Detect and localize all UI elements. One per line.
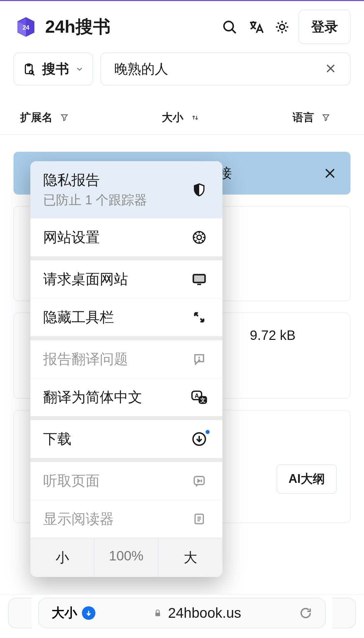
svg-rect-45: [155, 612, 160, 616]
menu-report-translation: 报告翻译问题: [30, 340, 222, 378]
sort-icon: [191, 113, 200, 122]
file-size: 9.72 kB: [250, 328, 296, 343]
expand-icon: [191, 309, 208, 326]
svg-line-25: [195, 233, 196, 235]
menu-site-settings[interactable]: 网站设置: [30, 219, 222, 256]
gear-icon: [191, 229, 208, 246]
svg-point-34: [199, 360, 200, 361]
ai-outline-button[interactable]: AI大纲: [277, 464, 337, 494]
menu-translate[interactable]: 翻译为简体中文 A 文: [30, 378, 222, 416]
zoom-level: 100%: [94, 538, 158, 577]
theme-icon[interactable]: [272, 17, 292, 37]
svg-line-28: [202, 233, 203, 235]
table-header: 扩展名 大小 语言: [0, 95, 364, 135]
reload-icon[interactable]: [299, 606, 312, 620]
svg-rect-32: [197, 284, 201, 285]
chevron-down-icon: [82, 606, 95, 620]
menu-show-reader: 显示阅读器: [30, 500, 222, 538]
clipboard-search-icon: [23, 62, 36, 76]
safari-page-menu: 隐私报告 已防止 1 个跟踪器 网站设置: [30, 161, 222, 577]
download-icon: [191, 431, 208, 447]
menu-listen-page: 听取页面: [30, 462, 222, 500]
desktop-icon: [191, 271, 208, 288]
zoom-controls: 小 100% 大: [30, 538, 222, 577]
search-input[interactable]: [111, 53, 321, 85]
svg-line-14: [33, 74, 34, 75]
svg-point-3: [280, 24, 285, 29]
svg-point-1: [224, 21, 234, 31]
logo[interactable]: 24 24h搜书: [14, 14, 111, 40]
svg-line-11: [285, 22, 286, 24]
next-tab-button[interactable]: [332, 598, 356, 628]
svg-rect-30: [193, 275, 205, 283]
filter-icon: [60, 113, 69, 122]
clear-icon[interactable]: [321, 59, 340, 79]
svg-text:24: 24: [23, 24, 29, 31]
site-title: 24h搜书: [45, 15, 111, 39]
url-bar[interactable]: 大小 24hbook.us: [38, 598, 326, 628]
page-settings-button[interactable]: 大小: [52, 604, 95, 621]
menu-request-desktop[interactable]: 请求桌面网站: [30, 260, 222, 298]
search-input-wrap: [100, 53, 351, 85]
shield-icon: [191, 181, 208, 198]
zoom-in-button[interactable]: 大: [158, 538, 222, 577]
speaker-icon: [191, 472, 208, 489]
close-icon[interactable]: [323, 166, 337, 180]
login-button[interactable]: 登录: [299, 10, 351, 44]
language-icon[interactable]: [246, 17, 266, 37]
svg-line-26: [202, 240, 203, 241]
column-ext[interactable]: 扩展名: [20, 110, 69, 125]
svg-text:A: A: [194, 393, 199, 399]
translate-icon: A 文: [191, 389, 208, 406]
menu-hide-toolbar[interactable]: 隐藏工具栏: [30, 298, 222, 336]
svg-line-8: [278, 22, 279, 24]
report-icon: [191, 351, 208, 368]
chevron-down-icon: [75, 65, 84, 74]
domain-text: 24hbook.us: [168, 605, 241, 621]
svg-point-13: [30, 70, 33, 74]
notification-dot: [206, 430, 210, 434]
svg-line-10: [278, 30, 279, 31]
search-type-label: 搜书: [42, 60, 69, 78]
svg-line-9: [285, 30, 286, 31]
browser-toolbar: 大小 24hbook.us: [0, 594, 364, 638]
lock-icon: [153, 608, 162, 618]
logo-icon: 24: [14, 14, 40, 40]
reader-icon: [191, 511, 208, 527]
search-icon[interactable]: [220, 17, 239, 37]
header: 24 24h搜书 登录: [0, 1, 364, 53]
column-size[interactable]: 大小: [162, 110, 200, 125]
menu-downloads[interactable]: 下载: [30, 420, 222, 458]
filter-icon: [322, 113, 330, 122]
prev-tab-button[interactable]: [8, 598, 32, 628]
svg-text:文: 文: [200, 397, 206, 403]
menu-privacy-report[interactable]: 隐私报告 已防止 1 个跟踪器: [30, 161, 222, 219]
column-lang[interactable]: 语言: [293, 110, 330, 125]
svg-line-27: [195, 240, 196, 241]
svg-point-20: [197, 235, 201, 239]
search-row: 搜书: [0, 53, 364, 95]
search-type-selector[interactable]: 搜书: [13, 53, 93, 85]
svg-line-2: [232, 30, 236, 33]
zoom-out-button[interactable]: 小: [30, 538, 94, 577]
